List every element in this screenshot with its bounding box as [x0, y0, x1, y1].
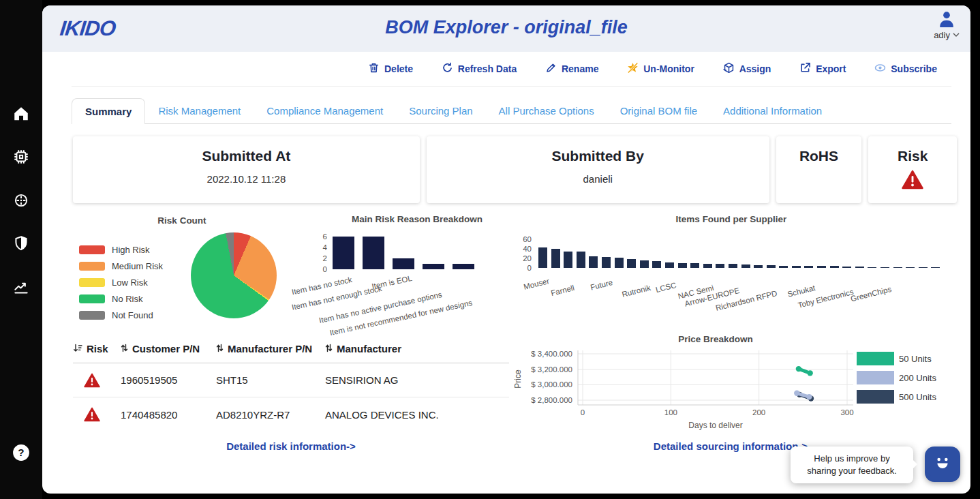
export-button[interactable]: Export: [799, 62, 846, 76]
tab-risk-management[interactable]: Risk Management: [145, 98, 254, 123]
trash-icon: [368, 62, 380, 76]
chevron-down-icon: [953, 33, 960, 37]
bar: [333, 237, 354, 269]
legend-item: High Risk: [79, 245, 172, 255]
bar: [716, 264, 724, 268]
legend-item: No Risk: [79, 294, 172, 304]
sidebar-item-analytics[interactable]: [12, 279, 30, 297]
toolbar-label: Export: [816, 63, 846, 74]
y-tick-label: $ 2,800.000: [531, 396, 572, 404]
warning-triangle-icon: [868, 170, 957, 192]
x-tick-label: 300: [840, 408, 853, 417]
chart-title: Items Found per Supplier: [512, 214, 950, 224]
column-header-customer-p-n[interactable]: Customer P/N: [121, 343, 216, 354]
table-row[interactable]: 1960519505SHT15SENSIRION AG: [73, 363, 509, 397]
user-menu[interactable]: adiy: [934, 10, 960, 40]
legend-label: Medium Risk: [112, 261, 163, 271]
legend-swatch: [79, 294, 105, 303]
un-monitor-button[interactable]: Un-Monitor: [627, 62, 694, 76]
y-tick-label: $ 3,000.000: [531, 380, 572, 389]
bar: [919, 267, 928, 269]
x-label: Rutronik: [622, 284, 652, 299]
top-header: IKIDO BOM Explorer - original_file adiy: [42, 5, 970, 52]
x-tick-label: 0: [581, 408, 585, 417]
bar: [589, 256, 598, 268]
y-tick-label: $ 3,400.000: [531, 350, 572, 358]
y-tick-label: $ 3,200.000: [531, 365, 572, 374]
bar: [893, 267, 902, 269]
sidebar-item-help[interactable]: ?: [12, 444, 30, 462]
table-header: RiskCustomer P/NManufacturer P/NManufact…: [73, 335, 509, 363]
column-header-manufacturer-p-n[interactable]: Manufacturer P/N: [216, 343, 325, 354]
y-tick: 2: [313, 254, 327, 262]
svg-text:?: ?: [18, 447, 24, 458]
toolbar-label: Rename: [562, 63, 598, 74]
bar: [855, 267, 864, 268]
x-label: Item is EOL: [371, 274, 412, 290]
bar: [423, 264, 444, 269]
chart-title: Main Risk Reason Breakdown: [313, 214, 511, 224]
tab-summary[interactable]: Summary: [72, 98, 145, 124]
risk-reason-chart: Main Risk Reason Breakdown6420Item has n…: [313, 214, 511, 327]
data-point: [806, 394, 812, 399]
chat-smiley-icon: [932, 452, 953, 477]
x-label: Mouser: [523, 277, 550, 291]
risk-count-chart: Risk CountHigh RiskMedium RiskLow RiskNo…: [70, 215, 294, 328]
sort-desc-icon: [73, 343, 82, 354]
y-tick: 0: [313, 265, 327, 273]
bar: [754, 265, 763, 268]
pie-graphic: [191, 232, 277, 318]
card-risk: Risk: [868, 136, 957, 203]
bar: [564, 252, 572, 269]
feedback-tooltip: Help us improve by sharing your feedback…: [791, 447, 913, 483]
line-chart-canvas: Price Breakdown$ 3,400.000$ 3,200.000$ 3…: [512, 331, 970, 440]
column-label: Customer P/N: [132, 343, 200, 354]
sidebar-item-security[interactable]: [12, 235, 30, 252]
manufacturer-cell: ANALOG DEVICES INC.: [325, 409, 509, 421]
legend-swatch: [857, 352, 894, 365]
y-tick: 20: [512, 254, 532, 262]
sidebar-item-tracking[interactable]: [12, 192, 30, 209]
legend-item: Medium Risk: [79, 261, 172, 271]
manufacturer-pn-cell: SHT15: [216, 374, 325, 386]
subscribe-button[interactable]: Subscribe: [874, 62, 937, 76]
tab-compliance-management[interactable]: Compliance Management: [254, 98, 396, 123]
toolbar-label: Delete: [384, 63, 413, 74]
detailed-risk-link[interactable]: Detailed risk information->: [73, 440, 509, 452]
data-point: [794, 391, 799, 396]
user-name: adiy: [934, 30, 950, 40]
card-title: Submitted At: [73, 148, 420, 164]
summary-cards: Submitted At 2022.10.12 11:28 Submitted …: [73, 136, 957, 203]
sort-updown-icon: [325, 343, 333, 354]
tab-all-purchase-options[interactable]: All Purchase Options: [486, 98, 607, 123]
star-slash-icon: [627, 62, 639, 76]
feedback-button[interactable]: [925, 447, 960, 482]
card-title: Submitted By: [427, 148, 769, 164]
bar: [868, 267, 876, 269]
manufacturer-cell: SENSIRION AG: [325, 374, 509, 386]
sidebar-item-home[interactable]: [12, 105, 30, 123]
assign-button[interactable]: Assign: [723, 62, 771, 76]
tab-additional-information[interactable]: Additional Information: [710, 98, 835, 123]
delete-button[interactable]: Delete: [368, 62, 413, 76]
legend-label: 50 Units: [899, 354, 932, 364]
tab-sourcing-plan[interactable]: Sourcing Plan: [396, 98, 485, 123]
column-header-manufacturer[interactable]: Manufacturer: [325, 343, 509, 354]
refresh-data-button[interactable]: Refresh Data: [442, 62, 517, 76]
bar: [741, 264, 750, 268]
column-header-risk[interactable]: Risk: [73, 343, 121, 354]
bar: [665, 262, 674, 268]
cube-icon: [723, 62, 735, 76]
legend-label: Low Risk: [112, 277, 148, 288]
target-icon: [12, 192, 30, 209]
analytics-icon: [12, 279, 30, 297]
legend-label: No Risk: [112, 294, 143, 304]
bar: [453, 264, 474, 269]
chip-icon: [12, 148, 30, 166]
rename-button[interactable]: Rename: [545, 62, 598, 76]
table-row[interactable]: 1740485820AD8210YRZ-R7ANALOG DEVICES INC…: [73, 397, 509, 432]
tab-original-bom-file[interactable]: Original BOM file: [607, 98, 710, 123]
sidebar-item-components[interactable]: [12, 148, 30, 166]
legend-label: 500 Units: [899, 392, 936, 402]
column-label: Manufacturer: [337, 343, 401, 354]
